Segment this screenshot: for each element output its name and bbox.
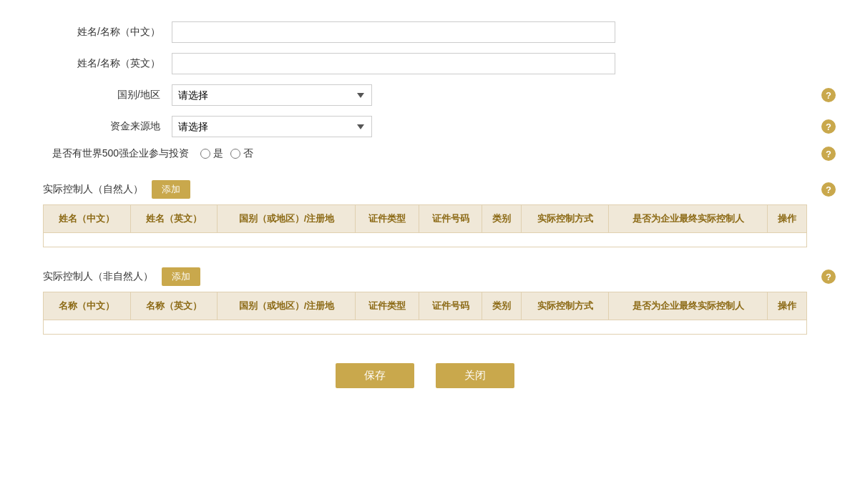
non-natural-person-title: 实际控制人（非自然人）	[43, 270, 153, 283]
name-cn-row: 姓名/名称（中文）	[43, 21, 807, 43]
fortune500-help-icon[interactable]: ?	[821, 147, 836, 161]
nnp-col-final-controller: 是否为企业最终实际控制人	[609, 292, 768, 320]
np-col-operation: 操作	[767, 205, 806, 233]
np-col-cert-type: 证件类型	[356, 205, 419, 233]
nnp-col-control-method: 实际控制方式	[522, 292, 609, 320]
nnp-col-country: 国别（或地区）/注册地	[218, 292, 356, 320]
non-natural-person-empty-row	[44, 320, 807, 335]
country-help-icon[interactable]: ?	[821, 88, 836, 102]
natural-person-add-btn[interactable]: 添加	[152, 180, 190, 199]
np-col-category: 类别	[482, 205, 522, 233]
np-col-name-en: 姓名（英文）	[130, 205, 218, 233]
nnp-col-cert-type: 证件类型	[356, 292, 419, 320]
bottom-actions: 保存 关闭	[43, 363, 807, 388]
non-natural-person-help-icon[interactable]: ?	[821, 270, 836, 284]
np-col-control-method: 实际控制方式	[522, 205, 609, 233]
non-natural-person-header: 实际控制人（非自然人） 添加 ?	[43, 262, 807, 292]
country-row: 国别/地区 请选择 ?	[43, 84, 807, 106]
name-cn-label: 姓名/名称（中文）	[43, 26, 172, 39]
non-natural-person-add-btn[interactable]: 添加	[162, 267, 200, 286]
fortune500-yes-label[interactable]: 是	[200, 147, 223, 160]
fortune500-radio-group: 是 否	[200, 147, 253, 160]
fund-source-select[interactable]: 请选择	[172, 116, 372, 137]
fortune500-no-text: 否	[243, 147, 253, 160]
np-col-name-cn: 姓名（中文）	[44, 205, 131, 233]
name-en-row: 姓名/名称（英文）	[43, 53, 807, 74]
name-en-label: 姓名/名称（英文）	[43, 57, 172, 70]
save-button[interactable]: 保存	[336, 363, 414, 388]
nnp-col-name-en: 名称（英文）	[130, 292, 218, 320]
name-en-input[interactable]	[172, 53, 615, 74]
close-button[interactable]: 关闭	[436, 363, 514, 388]
fortune500-no-radio[interactable]	[230, 149, 240, 159]
non-natural-person-header-row: 名称（中文） 名称（英文） 国别（或地区）/注册地 证件类型 证件号码 类别 实…	[44, 292, 807, 320]
country-select-wrapper: 请选择	[172, 84, 372, 106]
fund-source-row: 资金来源地 请选择 ?	[43, 116, 807, 137]
np-col-cert-no: 证件号码	[419, 205, 482, 233]
fund-source-help-icon[interactable]: ?	[821, 119, 836, 134]
main-form: 姓名/名称（中文） 姓名/名称（英文） 国别/地区 请选择 ? 资金来源地 请选…	[43, 21, 807, 160]
natural-person-empty-row	[44, 233, 807, 247]
non-natural-person-table: 名称（中文） 名称（英文） 国别（或地区）/注册地 证件类型 证件号码 类别 实…	[43, 292, 807, 335]
natural-person-table: 姓名（中文） 姓名（英文） 国别（或地区）/注册地 证件类型 证件号码 类别 实…	[43, 204, 807, 247]
natural-person-help-icon[interactable]: ?	[821, 182, 836, 197]
nnp-col-operation: 操作	[767, 292, 806, 320]
country-select[interactable]: 请选择	[172, 84, 372, 106]
fortune500-yes-radio[interactable]	[200, 149, 210, 159]
nnp-col-name-cn: 名称（中文）	[44, 292, 131, 320]
fortune500-label: 是否有世界500强企业参与投资	[43, 147, 200, 160]
np-col-final-controller: 是否为企业最终实际控制人	[609, 205, 768, 233]
np-col-country: 国别（或地区）/注册地	[218, 205, 356, 233]
natural-person-header: 实际控制人（自然人） 添加 ?	[43, 174, 807, 204]
fund-source-select-wrapper: 请选择	[172, 116, 372, 137]
fortune500-yes-text: 是	[213, 147, 223, 160]
fund-source-label: 资金来源地	[43, 120, 172, 133]
name-cn-input[interactable]	[172, 21, 615, 43]
natural-person-title: 实际控制人（自然人）	[43, 183, 143, 196]
country-label: 国别/地区	[43, 89, 172, 102]
nnp-col-cert-no: 证件号码	[419, 292, 482, 320]
fortune500-no-label[interactable]: 否	[230, 147, 253, 160]
natural-person-header-row: 姓名（中文） 姓名（英文） 国别（或地区）/注册地 证件类型 证件号码 类别 实…	[44, 205, 807, 233]
fortune500-row: 是否有世界500强企业参与投资 是 否 ?	[43, 147, 807, 160]
nnp-col-category: 类别	[482, 292, 522, 320]
